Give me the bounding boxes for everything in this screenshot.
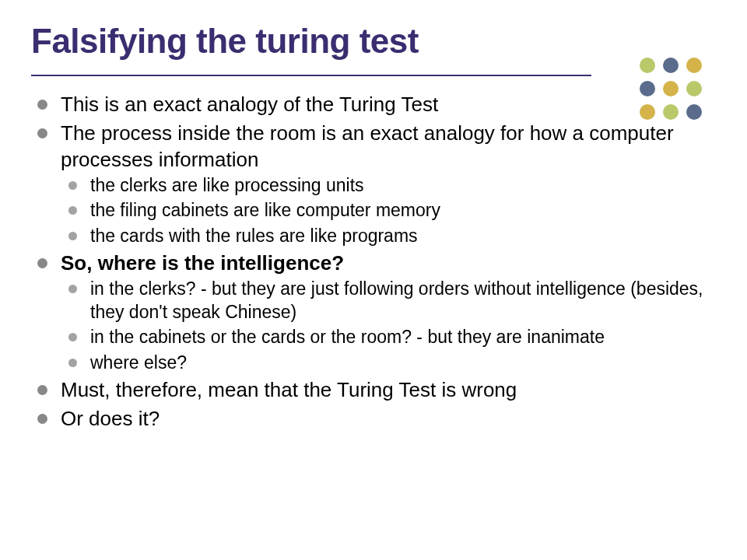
list-item: Or does it? xyxy=(31,406,716,432)
bullet-text: Must, therefore, mean that the Turing Te… xyxy=(61,378,517,401)
list-item: the cards with the rules are like progra… xyxy=(61,225,716,247)
svg-point-2 xyxy=(686,58,702,73)
list-item: the clerks are like processing units xyxy=(61,174,716,197)
bullet-text: where else? xyxy=(90,352,187,373)
title-divider xyxy=(31,75,591,76)
list-item: Must, therefore, mean that the Turing Te… xyxy=(31,377,716,403)
bullet-text: in the cabinets or the cards or the room… xyxy=(90,327,605,347)
slide-body: This is an exact analogy of the Turing T… xyxy=(31,92,716,436)
slide-title: Falsifying the turing test xyxy=(31,22,419,61)
list-item: The process inside the room is an exact … xyxy=(31,121,716,247)
bullet-text: in the clerks? - but they are just follo… xyxy=(90,278,703,321)
svg-point-1 xyxy=(663,58,679,73)
bullet-text: the cards with the rules are like progra… xyxy=(90,226,418,246)
list-item: the filing cabinets are like computer me… xyxy=(61,199,716,222)
bullet-text: the clerks are like processing units xyxy=(90,175,364,195)
list-item: in the clerks? - but they are just follo… xyxy=(61,278,716,324)
list-item: So, where is the intelligence? in the cl… xyxy=(31,250,716,374)
list-item: This is an exact analogy of the Turing T… xyxy=(31,92,716,117)
list-item: in the cabinets or the cards or the room… xyxy=(61,326,716,348)
bullet-text: Or does it? xyxy=(61,407,160,430)
svg-point-0 xyxy=(640,58,655,73)
bullet-text: This is an exact analogy of the Turing T… xyxy=(61,93,438,116)
bullet-text: So, where is the intelligence? xyxy=(61,251,344,275)
list-item: where else? xyxy=(61,352,716,374)
bullet-text: the filing cabinets are like computer me… xyxy=(90,200,440,220)
bullet-text: The process inside the room is an exact … xyxy=(61,121,674,170)
